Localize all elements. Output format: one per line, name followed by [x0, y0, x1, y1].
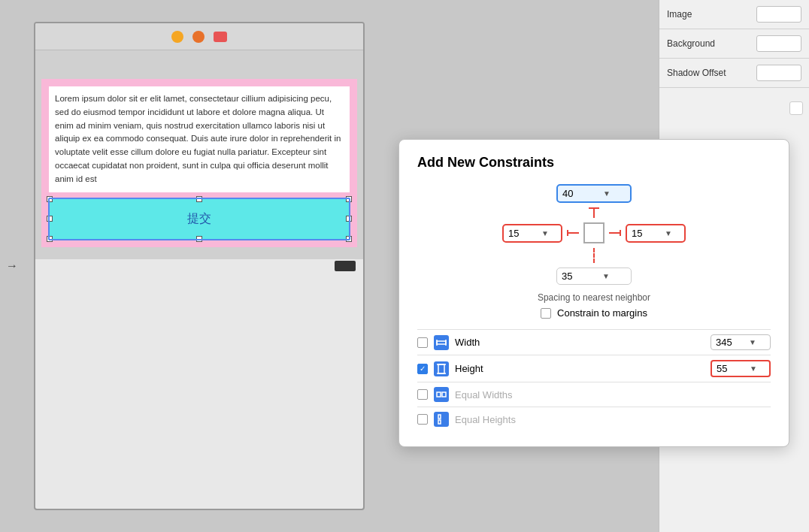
cyan-button-wrapper: 提交 [49, 198, 350, 240]
constraint-center-box [583, 222, 604, 243]
svg-rect-7 [442, 392, 446, 397]
attribute-checkbox[interactable] [789, 101, 803, 115]
phone-mockup: Lorem ipsum dolor sit er elit lamet, con… [34, 22, 365, 510]
height-value-box[interactable]: ▼ [711, 360, 771, 377]
left-constraint-input-wrapper[interactable]: ▼ [502, 224, 562, 243]
phone-content: Lorem ipsum dolor sit er elit lamet, con… [35, 73, 363, 259]
top-constraint-row: ▼ [556, 184, 632, 203]
equal-widths-row: Equal Widths [417, 382, 771, 407]
lorem-text-block: Lorem ipsum dolor sit er elit lamet, con… [49, 86, 350, 192]
zoom-button [192, 31, 205, 43]
equal-heights-label: Equal Heights [455, 414, 516, 425]
handle-ml [47, 216, 53, 222]
h-line-l [568, 232, 579, 234]
left-constraint-input[interactable] [508, 228, 538, 239]
equal-widths-checkbox[interactable] [417, 389, 428, 400]
handle-tm [196, 196, 202, 202]
h-bar-r [620, 230, 621, 236]
background-row: Background [659, 29, 809, 59]
handle-bm [196, 236, 202, 242]
svg-rect-8 [438, 415, 441, 419]
spacing-label: Spacing to nearest neighbor [417, 292, 771, 303]
handle-tr [346, 196, 352, 202]
shadow-offset-input[interactable] [756, 65, 801, 81]
constrain-checkbox[interactable] [541, 308, 551, 319]
bottom-v-connector [593, 248, 595, 263]
equal-heights-icon [434, 412, 449, 427]
constraints-panel: Add New Constraints ▼ ▼ [398, 139, 789, 447]
image-input[interactable] [756, 6, 801, 23]
phone-titlebar [35, 23, 363, 50]
constrain-row: Constrain to margins [417, 307, 771, 319]
height-row: Height ▼ [417, 355, 771, 382]
handle-mr [346, 216, 352, 222]
width-value-input[interactable] [716, 337, 746, 348]
width-value-box[interactable]: ▼ [711, 334, 771, 350]
shadow-offset-row: Shadow Offset [659, 59, 809, 88]
equal-heights-row: Equal Heights [417, 407, 771, 431]
height-checkbox[interactable] [417, 364, 428, 374]
constraints-diagram: ▼ ▼ [417, 184, 771, 285]
width-dropdown-arrow[interactable]: ▼ [749, 338, 756, 346]
height-dropdown-arrow[interactable]: ▼ [750, 364, 757, 373]
right-h-connector [609, 230, 621, 236]
minimize-button [171, 31, 183, 43]
handle-tl [47, 196, 53, 202]
height-icon [434, 361, 449, 376]
shadow-offset-label: Shadow Offset [667, 68, 726, 78]
width-row: Width ▼ [417, 329, 771, 355]
bottom-constraint-input[interactable] [562, 271, 599, 282]
cyan-button[interactable]: 提交 [49, 198, 350, 240]
top-constraint-input-wrapper[interactable]: ▼ [556, 184, 632, 203]
width-icon [434, 335, 449, 350]
submit-button-label: 提交 [187, 211, 211, 227]
svg-rect-0 [437, 341, 446, 344]
middle-constraint-row: ▼ ▼ [502, 222, 686, 243]
left-h-connector [567, 230, 579, 236]
navigation-arrow: → [6, 259, 18, 273]
bottom-constraint-row: ▼ [556, 268, 632, 285]
constrain-label: Constrain to margins [557, 307, 647, 319]
equal-heights-checkbox[interactable] [417, 414, 428, 425]
image-label: Image [667, 9, 692, 20]
width-label: Width [455, 337, 704, 348]
close-button [214, 32, 227, 42]
equal-widths-label: Equal Widths [455, 389, 513, 401]
height-value-input[interactable] [717, 363, 747, 374]
image-row: Image [659, 0, 809, 29]
equal-widths-icon [434, 387, 449, 402]
h-line-r [609, 232, 620, 234]
pink-container: Lorem ipsum dolor sit er elit lamet, con… [41, 79, 357, 247]
constraints-title: Add New Constraints [417, 155, 771, 171]
t-line-top [593, 209, 595, 218]
battery-icon [335, 261, 356, 271]
left-constraint-arrow[interactable]: ▼ [541, 229, 549, 237]
svg-rect-3 [438, 364, 444, 373]
top-constraint-input[interactable] [562, 188, 600, 199]
phone-statusbar [35, 50, 363, 73]
handle-bl [47, 236, 53, 242]
bottom-constraint-input-wrapper[interactable]: ▼ [556, 268, 632, 285]
width-checkbox[interactable] [417, 337, 428, 348]
handle-br [346, 236, 352, 242]
top-constraint-arrow[interactable]: ▼ [603, 189, 611, 198]
background-input[interactable] [756, 35, 801, 52]
background-label: Background [667, 38, 715, 49]
svg-rect-6 [437, 392, 441, 397]
svg-rect-9 [438, 420, 441, 424]
bottom-constraint-arrow[interactable]: ▼ [602, 272, 610, 280]
right-constraint-arrow[interactable]: ▼ [665, 229, 672, 237]
top-v-connector [589, 207, 599, 218]
height-label: Height [455, 363, 704, 374]
right-constraint-input[interactable] [632, 228, 662, 239]
right-constraint-input-wrapper[interactable]: ▼ [626, 224, 686, 243]
canvas-area: → Lorem ipsum dolor sit er elit lamet, c… [0, 0, 398, 532]
